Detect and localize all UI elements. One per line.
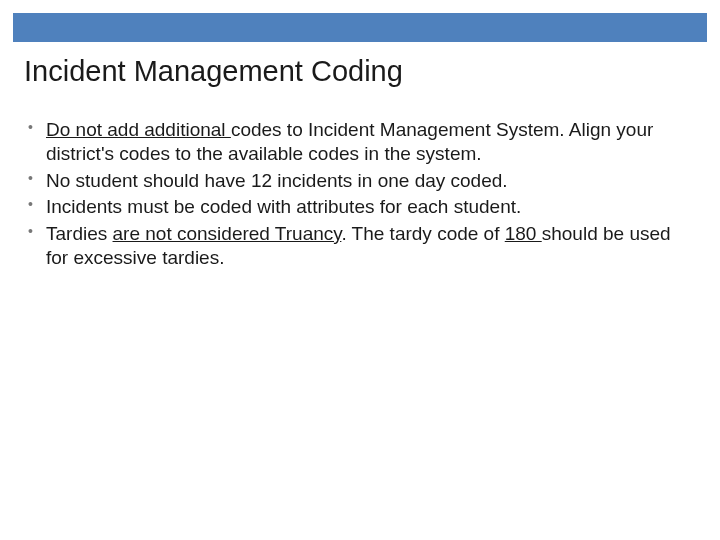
- slide: Incident Management Coding Do not add ad…: [0, 0, 720, 540]
- underlined-text: Do not add additional: [46, 119, 231, 140]
- text-run: Tardies: [46, 223, 113, 244]
- text-run: No student should have 12 incidents in o…: [46, 170, 508, 191]
- underlined-text: 180: [505, 223, 542, 244]
- text-run: Incidents must be coded with attributes …: [46, 196, 521, 217]
- bullet-list: Do not add additional codes to Incident …: [26, 118, 681, 270]
- list-item: Incidents must be coded with attributes …: [26, 195, 681, 219]
- underlined-text: are not considered Truancy: [113, 223, 342, 244]
- list-item: No student should have 12 incidents in o…: [26, 169, 681, 193]
- list-item: Tardies are not considered Truancy. The …: [26, 222, 681, 270]
- list-item: Do not add additional codes to Incident …: [26, 118, 681, 166]
- text-run: . The tardy code of: [341, 223, 504, 244]
- slide-body: Do not add additional codes to Incident …: [26, 118, 681, 273]
- slide-title: Incident Management Coding: [24, 55, 403, 88]
- accent-band: [13, 13, 707, 42]
